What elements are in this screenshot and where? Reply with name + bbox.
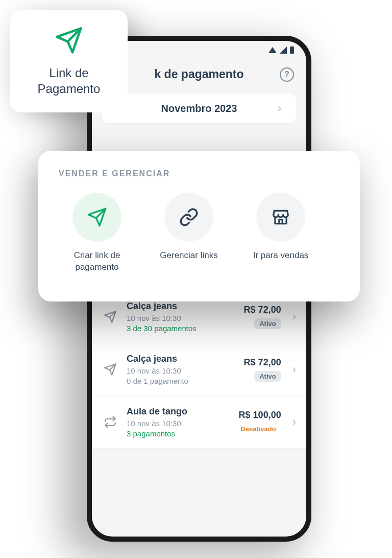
link-row[interactable]: Aula de tango 10 nov às 10:30 3 pagament… xyxy=(92,396,306,449)
action-label: Gerenciar links xyxy=(160,250,217,262)
action-label: Ir para vendas xyxy=(253,250,309,262)
link-price: R$ 72,00 xyxy=(244,357,281,368)
go-to-sales-button[interactable]: Ir para vendas xyxy=(242,193,319,273)
link-title: Aula de tango xyxy=(127,406,227,417)
chevron-right-icon: › xyxy=(292,415,296,429)
battery-icon xyxy=(290,46,294,54)
month-label: Novembro 2023 xyxy=(161,103,237,114)
link-title: Calça jeans xyxy=(127,354,236,364)
wifi-icon xyxy=(268,47,277,53)
month-next-button[interactable]: › xyxy=(274,102,286,115)
sell-manage-card: VENDER E GERENCIAR Criar link de pagamen… xyxy=(38,151,360,301)
link-payments: 3 de 30 pagamentos xyxy=(127,324,236,333)
status-badge: Desativado xyxy=(235,424,281,434)
month-selector: ‹ Novembro 2023 › xyxy=(102,94,296,123)
action-label: Criar link de pagamento xyxy=(59,250,135,273)
link-date: 10 nov às 10:30 xyxy=(127,419,227,428)
chevron-right-icon: › xyxy=(292,363,296,376)
link-payments: 3 pagamentos xyxy=(127,429,227,438)
tile-label: Link de Pagamento xyxy=(20,65,117,97)
cellular-signal-icon xyxy=(280,46,287,54)
payment-link-tile[interactable]: Link de Pagamento xyxy=(10,10,128,112)
status-badge: Ativo xyxy=(254,371,281,382)
page-title: k de pagamento xyxy=(154,67,243,81)
link-payments: 0 de 1 pagamento xyxy=(127,377,236,385)
cycle-icon xyxy=(102,415,118,429)
link-row[interactable]: Calça jeans 10 nov às 10:30 0 de 1 pagam… xyxy=(92,343,306,396)
card-title: VENDER E GERENCIAR xyxy=(59,169,339,178)
link-icon xyxy=(164,193,213,242)
help-icon[interactable]: ? xyxy=(280,67,294,82)
store-icon xyxy=(256,193,305,242)
send-icon xyxy=(72,193,121,242)
send-icon xyxy=(55,26,83,57)
link-price: R$ 100,00 xyxy=(239,410,281,421)
send-icon xyxy=(102,363,118,376)
manage-links-button[interactable]: Gerenciar links xyxy=(151,193,227,273)
link-date: 10 nov às 10:30 xyxy=(127,366,236,375)
create-payment-link-button[interactable]: Criar link de pagamento xyxy=(59,193,135,273)
